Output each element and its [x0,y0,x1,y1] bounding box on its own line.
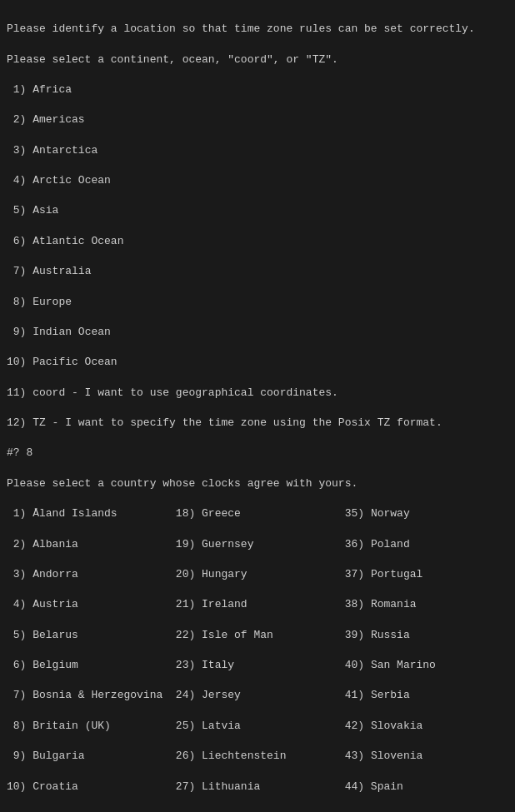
terminal-line-13: 12) TZ - I want to specify the time zone… [7,416,508,431]
terminal-line-4: 3) Antarctica [7,143,508,158]
terminal-line-16: 1) Åland Islands 18) Greece 35) Norway [7,506,508,521]
terminal-line-23: 8) Britain (UK) 25) Latvia 42) Slovakia [7,719,508,734]
terminal-line-25: 10) Croatia 27) Lithuania 44) Spain [7,780,508,795]
terminal-line-6: 5) Asia [7,203,508,218]
terminal-line-11: 10) Pacific Ocean [7,355,508,370]
terminal-line-7: 6) Atlantic Ocean [7,234,508,249]
terminal-line-14: #? 8 [7,446,508,461]
terminal-line-20: 5) Belarus 22) Isle of Man 39) Russia [7,628,508,643]
terminal-line-17: 2) Albania 19) Guernsey 36) Poland [7,537,508,552]
terminal-line-18: 3) Andorra 20) Hungary 37) Portugal [7,567,508,582]
terminal-line-5: 4) Arctic Ocean [7,173,508,188]
terminal-line-3: 2) Americas [7,112,508,127]
terminal-line-15: Please select a country whose clocks agr… [7,476,508,491]
terminal-line-10: 9) Indian Ocean [7,325,508,340]
terminal-line-24: 9) Bulgaria 26) Liechtenstein 43) Sloven… [7,749,508,764]
terminal-line-9: 8) Europe [7,295,508,310]
terminal-line-2: 1) Africa [7,82,508,97]
terminal-line-0: Please identify a location so that time … [7,22,508,37]
terminal-line-1: Please select a continent, ocean, "coord… [7,52,508,67]
terminal-line-19: 4) Austria 21) Ireland 38) Romania [7,597,508,612]
terminal-line-12: 11) coord - I want to use geographical c… [7,386,508,401]
terminal-line-21: 6) Belgium 23) Italy 40) San Marino [7,658,508,673]
terminal-line-8: 7) Australia [7,264,508,279]
terminal-line-22: 7) Bosnia & Herzegovina 24) Jersey 41) S… [7,688,508,703]
terminal-output: Please identify a location so that time … [7,7,508,812]
